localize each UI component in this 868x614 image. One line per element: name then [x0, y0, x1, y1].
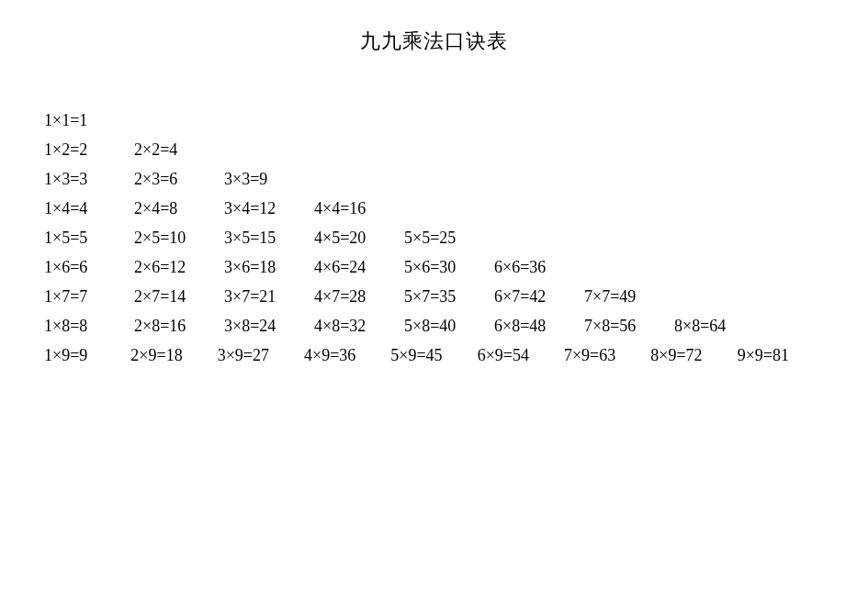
- table-cell: 3×7=21: [224, 287, 314, 307]
- table-cell: 4×6=24: [314, 258, 404, 277]
- table-cell: 1×9=9: [44, 346, 130, 365]
- table-cell: 4×9=36: [304, 346, 390, 365]
- table-cell: 2×7=14: [134, 287, 224, 307]
- table-cell: 3×8=24: [224, 317, 314, 336]
- table-row: 1×4=42×4=83×4=124×4=16: [44, 194, 824, 223]
- table-row: 1×1=1: [44, 106, 824, 135]
- table-row: 1×5=52×5=103×5=154×5=205×5=25: [44, 223, 824, 252]
- table-cell: 3×5=15: [224, 229, 314, 248]
- table-cell: 3×4=12: [224, 199, 314, 218]
- table-cell: 7×7=49: [584, 287, 674, 307]
- table-cell: 2×5=10: [134, 229, 224, 248]
- table-cell: 2×4=8: [134, 199, 224, 218]
- table-cell: 2×9=18: [130, 346, 217, 365]
- table-cell: 1×1=1: [44, 111, 134, 130]
- table-cell: 1×4=4: [44, 199, 134, 218]
- multiplication-table: 1×1=11×2=22×2=41×3=32×3=63×3=91×4=42×4=8…: [44, 106, 824, 370]
- table-cell: 4×8=32: [314, 317, 404, 336]
- table-cell: 6×8=48: [494, 317, 584, 336]
- table-cell: 4×5=20: [314, 229, 404, 248]
- table-cell: 5×7=35: [404, 287, 494, 307]
- table-cell: 5×5=25: [404, 229, 494, 248]
- table-cell: 1×7=7: [44, 287, 134, 307]
- table-row: 1×9=92×9=183×9=274×9=365×9=456×9=547×9=6…: [44, 340, 824, 370]
- table-cell: 9×9=81: [738, 346, 824, 365]
- table-cell: 6×7=42: [494, 287, 584, 307]
- table-cell: 7×8=56: [584, 317, 674, 336]
- table-cell: 3×9=27: [218, 346, 304, 365]
- table-cell: 5×8=40: [404, 317, 494, 336]
- table-cell: 5×6=30: [404, 258, 494, 277]
- table-cell: 2×6=12: [134, 258, 224, 277]
- page-title: 九九乘法口诀表: [44, 28, 824, 55]
- table-cell: 3×3=9: [224, 170, 314, 189]
- table-cell: 1×6=6: [44, 258, 134, 277]
- table-cell: 8×9=72: [650, 346, 737, 365]
- table-cell: 3×6=18: [224, 258, 314, 277]
- table-row: 1×3=32×3=63×3=9: [44, 164, 824, 194]
- table-cell: 1×2=2: [44, 140, 134, 160]
- table-row: 1×6=62×6=123×6=184×6=245×6=306×6=36: [44, 252, 824, 282]
- table-cell: 2×3=6: [134, 170, 224, 189]
- table-row: 1×7=72×7=143×7=214×7=285×7=356×7=427×7=4…: [44, 282, 824, 311]
- table-cell: 4×7=28: [314, 287, 404, 307]
- table-cell: 6×9=54: [478, 346, 564, 365]
- table-row: 1×2=22×2=4: [44, 135, 824, 164]
- table-cell: 5×9=45: [390, 346, 477, 365]
- table-cell: 2×2=4: [134, 140, 224, 160]
- table-row: 1×8=82×8=163×8=244×8=325×8=406×8=487×8=5…: [44, 311, 824, 340]
- table-cell: 2×8=16: [134, 317, 224, 336]
- table-cell: 1×5=5: [44, 229, 134, 248]
- table-cell: 1×3=3: [44, 170, 134, 189]
- table-cell: 4×4=16: [314, 199, 404, 218]
- table-cell: 6×6=36: [494, 258, 584, 277]
- table-cell: 1×8=8: [44, 317, 134, 336]
- table-cell: 7×9=63: [564, 346, 650, 365]
- table-cell: 8×8=64: [674, 317, 764, 336]
